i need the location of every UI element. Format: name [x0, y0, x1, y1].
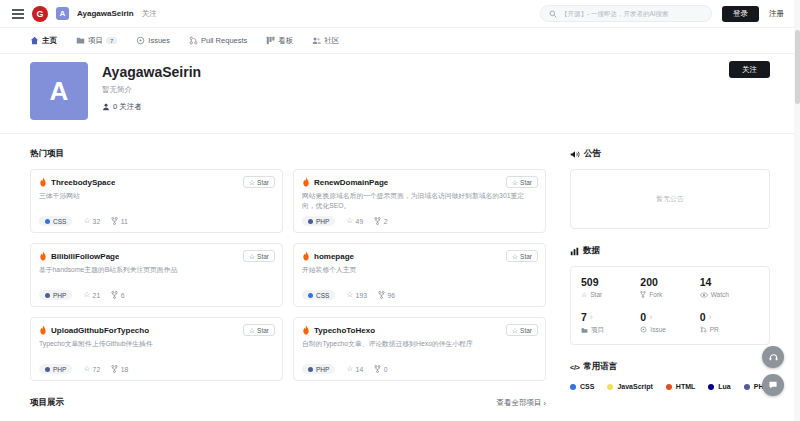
- view-all-projects-link[interactable]: 查看全部项目 ›: [497, 398, 547, 408]
- gitee-profile-page: G A AyagawaSeirin 关注 登录 注册 主页: [0, 0, 800, 421]
- project-card[interactable]: homepage ☆ Star 开始装修个人主页 CSS ☆: [293, 243, 546, 307]
- fork-icon: [640, 291, 646, 298]
- fork-icon: [378, 291, 385, 299]
- language-dot: [744, 384, 750, 390]
- scrollbar-thumb[interactable]: [795, 30, 800, 104]
- project-name[interactable]: homepage: [314, 252, 354, 261]
- project-card[interactable]: RenewDomainPage ☆ Star 网站更换原域名后的一个提示页面，为…: [293, 169, 546, 233]
- pull-request-icon: [700, 326, 707, 333]
- project-name[interactable]: BilibiliFollowPage: [51, 252, 119, 261]
- project-card[interactable]: TypechoToHexo ☆ Star 自制的Typecho文章、评论数据迁移…: [293, 317, 546, 381]
- project-description: 开始装修个人主页: [302, 265, 537, 275]
- nav-item-community[interactable]: 社区: [312, 36, 339, 46]
- content-area: 热门项目 ThreebodySpace ☆ Star 三体干涉网站: [0, 134, 800, 409]
- star-button[interactable]: ☆ Star: [243, 176, 275, 188]
- chevron-right-icon: ›: [709, 312, 712, 322]
- fork-count: 18: [111, 365, 128, 373]
- nav-item-home[interactable]: 主页: [30, 36, 57, 46]
- announcement-box: 暂无公告: [570, 169, 770, 229]
- language-dot: [308, 367, 313, 372]
- star-button-label: Star: [257, 253, 269, 260]
- nav-label: 主页: [42, 36, 57, 46]
- language-badge: CSS: [302, 290, 335, 300]
- hamburger-menu-icon[interactable]: [12, 9, 24, 19]
- search-input[interactable]: [561, 10, 703, 17]
- language-item-css[interactable]: CSS: [570, 383, 594, 390]
- home-icon: [30, 36, 39, 45]
- language-badge: PHP: [302, 216, 335, 226]
- flame-icon: [39, 177, 47, 187]
- follow-button[interactable]: 关注: [729, 61, 770, 78]
- pull-request-icon: [189, 36, 198, 45]
- star-count: ☆ 49: [346, 217, 363, 225]
- eye-icon: [700, 292, 708, 298]
- star-button[interactable]: ☆ Star: [506, 250, 538, 262]
- person-icon: [102, 103, 110, 111]
- project-name[interactable]: UploadGithubForTypecho: [51, 326, 149, 335]
- stat-projects[interactable]: 7 › 项目: [581, 311, 640, 335]
- floating-feedback-button[interactable]: [762, 374, 784, 396]
- bar-chart-icon: [570, 247, 579, 256]
- star-icon: ☆: [249, 327, 255, 334]
- avatar[interactable]: A: [30, 62, 88, 120]
- star-button[interactable]: ☆ Star: [506, 176, 538, 188]
- community-icon: [312, 36, 321, 45]
- project-name[interactable]: TypechoToHexo: [314, 326, 375, 335]
- project-name[interactable]: ThreebodySpace: [51, 178, 115, 187]
- project-card[interactable]: ThreebodySpace ☆ Star 三体干涉网站 CSS ☆: [30, 169, 283, 233]
- chevron-right-icon: ›: [544, 399, 547, 408]
- star-button[interactable]: ☆ Star: [506, 324, 538, 336]
- languages-title: 常用语言: [583, 361, 617, 373]
- comment-icon: [768, 380, 778, 390]
- nav-item-pull-requests[interactable]: Pull Requests: [189, 36, 247, 45]
- stat-prs[interactable]: 0 › PR: [700, 311, 759, 335]
- star-icon: ☆: [512, 179, 518, 186]
- topbar-username[interactable]: AyagawaSeirin: [77, 9, 134, 18]
- nav-label: 项目: [88, 36, 103, 46]
- project-card[interactable]: BilibiliFollowPage ☆ Star 基于handsome主题的B…: [30, 243, 283, 307]
- gitee-logo[interactable]: G: [32, 6, 48, 22]
- nav-label: 看板: [278, 36, 293, 46]
- page-scrollbar[interactable]: [794, 0, 800, 421]
- language-item-html[interactable]: HTML: [666, 383, 695, 390]
- flame-icon: [302, 177, 310, 187]
- project-card[interactable]: UploadGithubForTypecho ☆ Star Typecho文章附…: [30, 317, 283, 381]
- language-dot: [708, 384, 714, 390]
- fork-icon: [374, 365, 381, 373]
- nav-item-issues[interactable]: Issues: [136, 36, 170, 45]
- topbar-user-avatar[interactable]: A: [56, 7, 69, 20]
- project-name[interactable]: RenewDomainPage: [314, 178, 388, 187]
- fork-icon: [374, 217, 381, 225]
- nav-item-projects[interactable]: 项目 7: [76, 36, 117, 46]
- star-count: ☆ 72: [83, 365, 100, 373]
- language-dot: [666, 384, 672, 390]
- flame-icon: [39, 325, 47, 335]
- fork-count: 96: [378, 291, 395, 299]
- star-icon: ☆: [512, 253, 518, 260]
- language-item-lua[interactable]: Lua: [708, 383, 730, 390]
- stat-issues[interactable]: 0 › Issue: [640, 311, 699, 335]
- register-button[interactable]: 注册: [769, 9, 784, 19]
- folder-icon: [76, 36, 85, 45]
- topbar-right-group: 登录 注册: [540, 5, 784, 22]
- star-count: ☆ 32: [83, 217, 100, 225]
- chevron-right-icon: ›: [590, 312, 593, 322]
- login-button[interactable]: 登录: [722, 6, 759, 22]
- star-button-label: Star: [520, 179, 532, 186]
- chevron-right-icon: ›: [649, 312, 652, 322]
- floating-service-button[interactable]: [762, 346, 784, 368]
- nav-item-board[interactable]: 看板: [266, 36, 293, 46]
- language-item-javascript[interactable]: JavaScript: [607, 383, 652, 390]
- language-dot: [308, 219, 313, 224]
- profile-bio: 暂无简介: [102, 85, 201, 95]
- fork-icon: [111, 291, 118, 299]
- flame-icon: [302, 251, 310, 261]
- followers-row[interactable]: 0 关注者: [102, 102, 201, 112]
- language-dot: [308, 293, 313, 298]
- star-icon: ☆: [83, 291, 90, 299]
- search-box[interactable]: [540, 5, 712, 22]
- star-button[interactable]: ☆ Star: [243, 250, 275, 262]
- nav-label: Issues: [148, 36, 170, 45]
- star-icon: ☆: [83, 217, 90, 225]
- star-button[interactable]: ☆ Star: [243, 324, 275, 336]
